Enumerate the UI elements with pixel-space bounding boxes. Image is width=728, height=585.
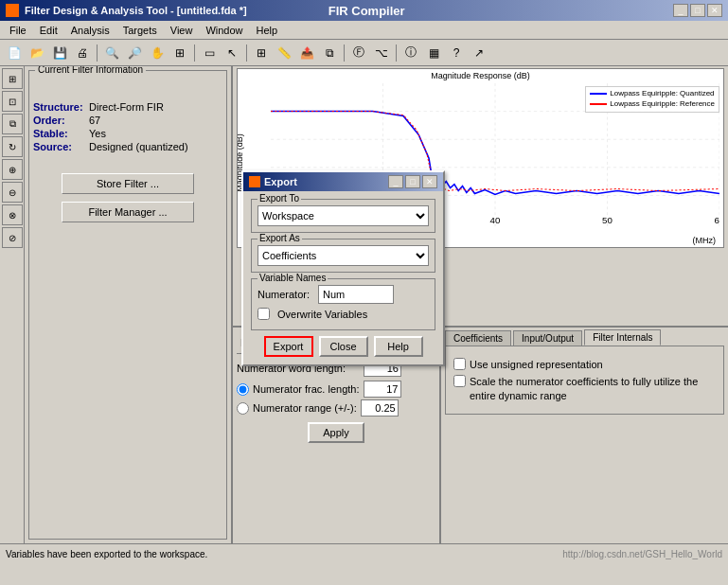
- dialog-title-text: Export: [264, 176, 297, 187]
- export-as-group: Export As Coefficients Object: [251, 239, 435, 273]
- export-to-label: Export To: [257, 193, 301, 204]
- dialog-minimize[interactable]: _: [388, 175, 403, 188]
- export-to-select[interactable]: Workspace MAT-File Clipboard: [257, 205, 429, 226]
- dialog-help-button[interactable]: Help: [374, 336, 423, 357]
- dialog-maximize[interactable]: □: [405, 175, 420, 188]
- dialog-title-bar: Export _ □ ✕: [243, 172, 443, 191]
- overwrite-label: Overwrite Variables: [277, 309, 367, 320]
- dialog-close-button[interactable]: Close: [319, 336, 368, 357]
- export-button[interactable]: Export: [264, 336, 313, 357]
- dialog-body: Export To Workspace MAT-File Clipboard E…: [243, 191, 443, 364]
- export-as-select[interactable]: Coefficients Object: [257, 245, 429, 266]
- variable-names-label: Variable Names: [257, 273, 328, 283]
- numerator-input[interactable]: [318, 285, 394, 304]
- numerator-row: Numerator:: [257, 285, 429, 304]
- overwrite-checkbox[interactable]: [257, 308, 270, 320]
- numerator-label: Numerator:: [257, 289, 314, 300]
- export-to-group: Export To Workspace MAT-File Clipboard: [251, 199, 435, 233]
- dialog-icon: [249, 176, 260, 187]
- dialog-buttons: Export Close Help: [251, 336, 435, 357]
- overwrite-row: Overwrite Variables: [257, 308, 429, 320]
- dialog-controls: _ □ ✕: [388, 175, 437, 188]
- export-as-label: Export As: [257, 233, 302, 243]
- dialog-close[interactable]: ✕: [422, 175, 437, 188]
- variable-names-group: Variable Names Numerator: Overwrite Vari…: [251, 278, 435, 330]
- export-dialog: Export _ □ ✕ Export To Workspace MAT-Fil…: [241, 170, 445, 366]
- dialog-overlay: Export _ □ ✕ Export To Workspace MAT-Fil…: [0, 0, 728, 585]
